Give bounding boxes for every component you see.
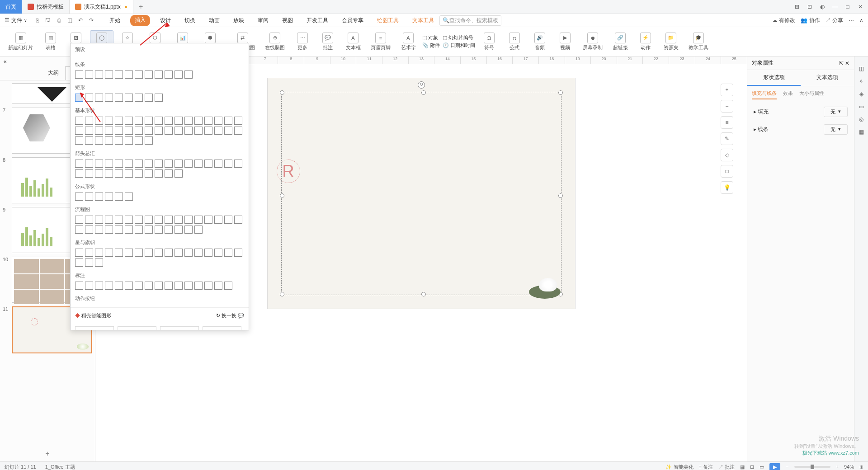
shape-item[interactable] — [75, 70, 83, 79]
menu-tab-transition[interactable]: 切换 — [181, 15, 199, 26]
share-button[interactable]: ↗ 分享 — [826, 17, 843, 24]
chat-icon[interactable]: 💬 — [238, 313, 244, 318]
shape-item[interactable] — [95, 117, 103, 125]
shape-item[interactable] — [135, 70, 143, 79]
rib-equation[interactable]: π公式 — [503, 31, 526, 53]
shape-item[interactable] — [85, 226, 93, 234]
shape-item[interactable] — [105, 70, 113, 79]
handle-sw[interactable] — [280, 292, 284, 296]
shape-item[interactable] — [184, 117, 193, 125]
shape-item[interactable] — [115, 160, 123, 168]
redo-icon[interactable]: ↷ — [88, 17, 95, 24]
notes-toggle[interactable]: ≡ 备注 — [699, 464, 713, 470]
shape-item[interactable] — [234, 216, 242, 224]
shape-item[interactable] — [115, 193, 123, 201]
shape-item[interactable] — [155, 160, 163, 168]
rib-audio[interactable]: 🔊音频 — [528, 31, 551, 53]
rib-new-slide[interactable]: ▦新建幻灯片 — [5, 31, 37, 53]
shape-item[interactable] — [95, 226, 103, 234]
shape-item[interactable] — [85, 282, 93, 290]
collab-button[interactable]: 👥 协作 — [801, 17, 820, 24]
shape-item[interactable] — [105, 216, 113, 224]
shape-item[interactable] — [125, 127, 133, 135]
shape-item[interactable] — [75, 169, 83, 178]
menu-tab-start[interactable]: 开始 — [106, 15, 124, 26]
shape-item[interactable] — [105, 127, 113, 135]
menu-tab-text[interactable]: 文本工具 — [409, 15, 438, 26]
shape-item[interactable] — [194, 216, 203, 224]
shape-item[interactable] — [155, 282, 163, 290]
shape-item[interactable] — [75, 117, 83, 125]
view-reading-icon[interactable]: ▭ — [760, 464, 764, 470]
shape-item[interactable] — [105, 117, 113, 125]
tab-file[interactable]: 演示文稿1.pptx● — [70, 0, 133, 14]
shape-item[interactable] — [175, 226, 183, 234]
shape-item[interactable] — [165, 117, 173, 125]
shape-item[interactable] — [125, 117, 133, 125]
handle-w[interactable] — [280, 193, 284, 198]
strip-templates-icon[interactable]: ◫ — [859, 66, 864, 72]
shape-item[interactable] — [85, 117, 93, 125]
save-icon[interactable]: 🖫 — [44, 17, 52, 24]
shape-item[interactable] — [135, 136, 143, 145]
user-icon[interactable]: ◐ — [819, 4, 826, 10]
paint-btn[interactable]: ◇ — [721, 149, 733, 161]
strip-play-icon[interactable]: ▦ — [859, 129, 864, 135]
subtab-size[interactable]: 大小与属性 — [799, 90, 824, 99]
shape-item[interactable] — [75, 127, 83, 135]
shape-item[interactable] — [194, 226, 203, 234]
shape-item[interactable] — [175, 249, 183, 257]
shape-item[interactable] — [204, 117, 212, 125]
shape-item[interactable] — [115, 127, 123, 135]
shape-item[interactable] — [145, 70, 153, 79]
line-dropdown[interactable]: 无▾ — [824, 124, 848, 135]
shape-item[interactable] — [105, 193, 113, 201]
shape-item[interactable] — [95, 193, 103, 201]
shape-item[interactable] — [194, 160, 203, 168]
shape-item[interactable] — [135, 226, 143, 234]
subtab-effect[interactable]: 效果 — [783, 90, 793, 99]
tmpl-2[interactable] — [118, 326, 156, 330]
shape-item[interactable] — [155, 117, 163, 125]
shape-item[interactable] — [214, 216, 222, 224]
shape-item[interactable] — [115, 282, 123, 290]
shape-item[interactable] — [135, 160, 143, 168]
shape-item[interactable] — [155, 169, 163, 178]
shape-item[interactable] — [214, 282, 222, 290]
rib-textbox[interactable]: A文本框 — [342, 31, 364, 53]
shape-item[interactable] — [75, 282, 83, 290]
shape-item[interactable] — [175, 127, 183, 135]
menu-tab-animation[interactable]: 动画 — [205, 15, 223, 26]
shape-item[interactable] — [85, 193, 93, 201]
rib-video[interactable]: ▶视频 — [554, 31, 576, 53]
shape-item[interactable] — [194, 282, 203, 290]
rib-teaching[interactable]: 🎓教学工具 — [685, 31, 712, 53]
shape-item[interactable] — [194, 249, 203, 257]
zoom-value[interactable]: 94% — [844, 464, 854, 470]
shape-item[interactable] — [115, 226, 123, 234]
shape-item[interactable] — [155, 70, 163, 79]
rib-action[interactable]: ⚡动作 — [634, 31, 657, 53]
shape-item[interactable] — [214, 160, 222, 168]
refresh-link[interactable]: ↻ 换一换 — [216, 313, 236, 318]
shape-item[interactable] — [234, 249, 242, 257]
rib-screen-record[interactable]: ⏺屏幕录制 — [579, 31, 606, 53]
print-icon[interactable]: ⎙ — [55, 17, 62, 24]
shape-item[interactable] — [234, 117, 242, 125]
shape-item[interactable] — [155, 216, 163, 224]
shape-item[interactable] — [175, 169, 183, 178]
shape-item[interactable] — [145, 169, 153, 178]
view-normal-icon[interactable]: ▦ — [740, 464, 745, 470]
shape-item[interactable] — [95, 258, 103, 267]
tab-home[interactable]: 首页 — [0, 0, 22, 14]
zoom-slider[interactable] — [794, 466, 830, 468]
shape-item[interactable] — [105, 160, 113, 168]
shape-item[interactable] — [115, 249, 123, 257]
shape-item[interactable] — [85, 94, 93, 102]
shape-item[interactable] — [115, 94, 123, 102]
shape-item[interactable] — [95, 216, 103, 224]
strip-select-icon[interactable]: ▭ — [859, 103, 864, 110]
rib-attachment[interactable]: 📎 附件 — [422, 42, 440, 49]
open-icon[interactable]: ⎘ — [33, 17, 41, 24]
menu-tab-member[interactable]: 会员专享 — [338, 15, 367, 26]
